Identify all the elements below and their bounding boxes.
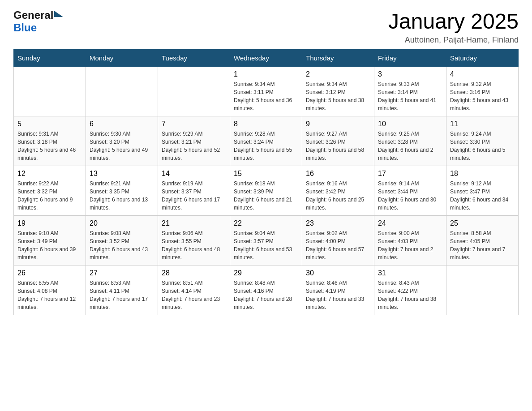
day-number: 15 — [234, 170, 298, 178]
calendar-cell: 27Sunrise: 8:53 AMSunset: 4:11 PMDayligh… — [86, 265, 158, 315]
day-number: 27 — [90, 269, 154, 277]
day-number: 3 — [378, 70, 442, 78]
calendar-cell: 5Sunrise: 9:31 AMSunset: 3:18 PMDaylight… — [14, 116, 86, 166]
day-number: 24 — [378, 219, 442, 227]
calendar-table: SundayMondayTuesdayWednesdayThursdayFrid… — [13, 49, 519, 315]
day-number: 17 — [378, 170, 442, 178]
calendar-cell: 29Sunrise: 8:48 AMSunset: 4:16 PMDayligh… — [230, 265, 302, 315]
title-block: January 2025 Auttoinen, Paijat-Hame, Fin… — [388, 9, 519, 45]
day-info: Sunrise: 9:24 AMSunset: 3:30 PMDaylight:… — [450, 130, 515, 162]
day-info: Sunrise: 9:18 AMSunset: 3:39 PMDaylight:… — [234, 180, 298, 212]
header-saturday: Saturday — [446, 50, 519, 67]
day-info: Sunrise: 9:22 AMSunset: 3:32 PMDaylight:… — [17, 180, 82, 212]
calendar-cell: 15Sunrise: 9:18 AMSunset: 3:39 PMDayligh… — [230, 166, 302, 216]
calendar-cell: 6Sunrise: 9:30 AMSunset: 3:20 PMDaylight… — [86, 116, 158, 166]
day-info: Sunrise: 9:10 AMSunset: 3:49 PMDaylight:… — [17, 229, 82, 261]
day-number: 20 — [90, 219, 154, 227]
calendar-week-row: 26Sunrise: 8:55 AMSunset: 4:08 PMDayligh… — [14, 265, 519, 315]
day-info: Sunrise: 8:51 AMSunset: 4:14 PMDaylight:… — [162, 279, 226, 311]
day-info: Sunrise: 8:53 AMSunset: 4:11 PMDaylight:… — [90, 279, 154, 311]
day-info: Sunrise: 9:12 AMSunset: 3:47 PMDaylight:… — [450, 180, 515, 212]
day-number: 8 — [234, 120, 298, 128]
day-number: 13 — [90, 170, 154, 178]
day-number: 26 — [17, 269, 82, 277]
day-number: 1 — [234, 70, 298, 78]
day-info: Sunrise: 9:33 AMSunset: 3:14 PMDaylight:… — [378, 80, 442, 112]
day-number: 21 — [162, 219, 226, 227]
day-info: Sunrise: 9:08 AMSunset: 3:52 PMDaylight:… — [90, 229, 154, 261]
day-info: Sunrise: 9:06 AMSunset: 3:55 PMDaylight:… — [162, 229, 226, 261]
calendar-cell: 2Sunrise: 9:34 AMSunset: 3:12 PMDaylight… — [302, 67, 374, 116]
page-header: General Blue January 2025 Auttoinen, Pai… — [13, 9, 519, 45]
calendar-cell: 17Sunrise: 9:14 AMSunset: 3:44 PMDayligh… — [374, 166, 446, 216]
calendar-header-row: SundayMondayTuesdayWednesdayThursdayFrid… — [14, 50, 519, 67]
calendar-week-row: 12Sunrise: 9:22 AMSunset: 3:32 PMDayligh… — [14, 166, 519, 216]
calendar-subtitle: Auttoinen, Paijat-Hame, Finland — [388, 35, 519, 45]
day-info: Sunrise: 9:02 AMSunset: 4:00 PMDaylight:… — [306, 229, 370, 261]
day-info: Sunrise: 8:48 AMSunset: 4:16 PMDaylight:… — [234, 279, 298, 311]
day-info: Sunrise: 9:30 AMSunset: 3:20 PMDaylight:… — [90, 130, 154, 162]
day-info: Sunrise: 8:55 AMSunset: 4:08 PMDaylight:… — [17, 279, 82, 311]
calendar-cell: 7Sunrise: 9:29 AMSunset: 3:21 PMDaylight… — [158, 116, 230, 166]
calendar-cell: 24Sunrise: 9:00 AMSunset: 4:03 PMDayligh… — [374, 216, 446, 265]
logo-blue-text: Blue — [13, 21, 37, 34]
calendar-cell: 10Sunrise: 9:25 AMSunset: 3:28 PMDayligh… — [374, 116, 446, 166]
calendar-cell: 9Sunrise: 9:27 AMSunset: 3:26 PMDaylight… — [302, 116, 374, 166]
calendar-cell: 23Sunrise: 9:02 AMSunset: 4:00 PMDayligh… — [302, 216, 374, 265]
calendar-cell — [446, 265, 519, 315]
day-number: 14 — [162, 170, 226, 178]
calendar-cell: 22Sunrise: 9:04 AMSunset: 3:57 PMDayligh… — [230, 216, 302, 265]
day-number: 19 — [17, 219, 82, 227]
day-number: 7 — [162, 120, 226, 128]
day-number: 10 — [378, 120, 442, 128]
day-number: 12 — [17, 170, 82, 178]
header-thursday: Thursday — [302, 50, 374, 67]
day-info: Sunrise: 9:27 AMSunset: 3:26 PMDaylight:… — [306, 130, 370, 162]
day-number: 4 — [450, 70, 515, 78]
calendar-cell: 8Sunrise: 9:28 AMSunset: 3:24 PMDaylight… — [230, 116, 302, 166]
header-sunday: Sunday — [14, 50, 86, 67]
calendar-cell: 20Sunrise: 9:08 AMSunset: 3:52 PMDayligh… — [86, 216, 158, 265]
day-info: Sunrise: 9:14 AMSunset: 3:44 PMDaylight:… — [378, 180, 442, 212]
day-number: 31 — [378, 269, 442, 277]
day-number: 18 — [450, 170, 515, 178]
day-info: Sunrise: 9:16 AMSunset: 3:42 PMDaylight:… — [306, 180, 370, 212]
calendar-cell: 18Sunrise: 9:12 AMSunset: 3:47 PMDayligh… — [446, 166, 519, 216]
calendar-cell: 13Sunrise: 9:21 AMSunset: 3:35 PMDayligh… — [86, 166, 158, 216]
day-info: Sunrise: 9:34 AMSunset: 3:11 PMDaylight:… — [234, 80, 298, 112]
calendar-cell: 12Sunrise: 9:22 AMSunset: 3:32 PMDayligh… — [14, 166, 86, 216]
day-info: Sunrise: 8:43 AMSunset: 4:22 PMDaylight:… — [378, 279, 442, 311]
day-number: 30 — [306, 269, 370, 277]
calendar-cell: 26Sunrise: 8:55 AMSunset: 4:08 PMDayligh… — [14, 265, 86, 315]
day-number: 16 — [306, 170, 370, 178]
day-info: Sunrise: 8:58 AMSunset: 4:05 PMDaylight:… — [450, 229, 515, 261]
calendar-week-row: 19Sunrise: 9:10 AMSunset: 3:49 PMDayligh… — [14, 216, 519, 265]
day-info: Sunrise: 9:25 AMSunset: 3:28 PMDaylight:… — [378, 130, 442, 162]
calendar-cell: 11Sunrise: 9:24 AMSunset: 3:30 PMDayligh… — [446, 116, 519, 166]
calendar-cell: 31Sunrise: 8:43 AMSunset: 4:22 PMDayligh… — [374, 265, 446, 315]
calendar-cell: 21Sunrise: 9:06 AMSunset: 3:55 PMDayligh… — [158, 216, 230, 265]
calendar-cell: 16Sunrise: 9:16 AMSunset: 3:42 PMDayligh… — [302, 166, 374, 216]
calendar-week-row: 1Sunrise: 9:34 AMSunset: 3:11 PMDaylight… — [14, 67, 519, 116]
day-info: Sunrise: 9:34 AMSunset: 3:12 PMDaylight:… — [306, 80, 370, 112]
logo-general-text: General — [13, 9, 53, 21]
calendar-cell: 30Sunrise: 8:46 AMSunset: 4:19 PMDayligh… — [302, 265, 374, 315]
calendar-cell — [14, 67, 86, 116]
day-info: Sunrise: 9:04 AMSunset: 3:57 PMDaylight:… — [234, 229, 298, 261]
day-info: Sunrise: 9:29 AMSunset: 3:21 PMDaylight:… — [162, 130, 226, 162]
day-number: 11 — [450, 120, 515, 128]
calendar-cell — [158, 67, 230, 116]
day-info: Sunrise: 9:31 AMSunset: 3:18 PMDaylight:… — [17, 130, 82, 162]
logo-triangle-icon — [54, 11, 63, 17]
day-info: Sunrise: 9:21 AMSunset: 3:35 PMDaylight:… — [90, 180, 154, 212]
day-number: 2 — [306, 70, 370, 78]
day-number: 25 — [450, 219, 515, 227]
day-number: 5 — [17, 120, 82, 128]
day-number: 28 — [162, 269, 226, 277]
day-info: Sunrise: 9:19 AMSunset: 3:37 PMDaylight:… — [162, 180, 226, 212]
day-number: 9 — [306, 120, 370, 128]
calendar-cell: 4Sunrise: 9:32 AMSunset: 3:16 PMDaylight… — [446, 67, 519, 116]
calendar-cell: 3Sunrise: 9:33 AMSunset: 3:14 PMDaylight… — [374, 67, 446, 116]
header-wednesday: Wednesday — [230, 50, 302, 67]
day-info: Sunrise: 9:32 AMSunset: 3:16 PMDaylight:… — [450, 80, 515, 112]
